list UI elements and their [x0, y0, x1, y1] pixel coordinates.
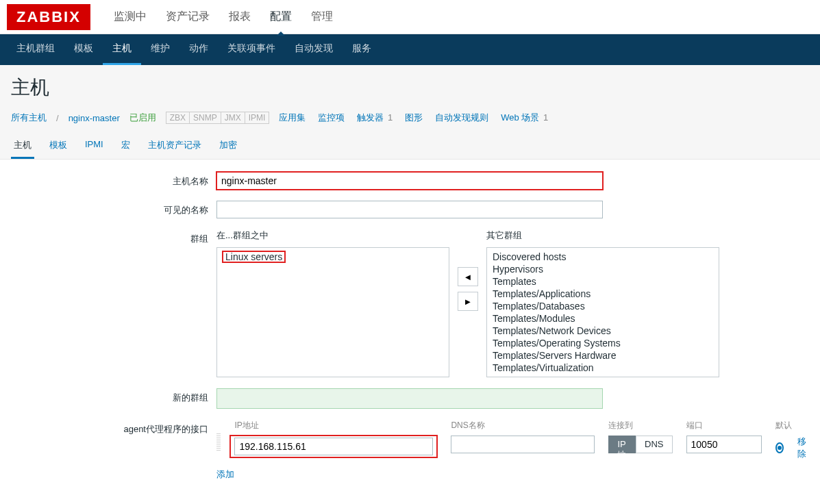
hostname-input[interactable] — [216, 172, 603, 190]
ctx-link[interactable]: 应用集 — [279, 112, 306, 123]
topnav-item-1[interactable]: 资产记录 — [166, 10, 210, 32]
subnav-item-4[interactable]: 动作 — [179, 34, 218, 65]
subnav-item-6[interactable]: 自动发现 — [285, 34, 343, 65]
context-row: 所有主机 / nginx-master 已启用 ZBXSNMPJMXIPMI 应… — [11, 112, 809, 124]
inner-tabs: 主机模板IPMI宏主机资产记录加密 — [11, 134, 809, 159]
connect-ip-toggle[interactable]: IP地址 — [608, 436, 636, 453]
move-right-button[interactable]: ► — [458, 292, 478, 311]
iface-ip-label: IP地址 — [234, 420, 437, 431]
iface-port-label: 端口 — [686, 420, 762, 431]
new-group-input[interactable] — [216, 388, 603, 409]
list-item[interactable]: Templates — [487, 275, 719, 288]
subnav-item-3[interactable]: 维护 — [141, 34, 179, 65]
iface-default-radio[interactable] — [775, 442, 784, 453]
subnav-item-0[interactable]: 主机群组 — [7, 34, 64, 65]
inner-tab-3[interactable]: 宏 — [119, 134, 133, 159]
inner-tab-0[interactable]: 主机 — [11, 134, 34, 159]
new-group-label: 新的群组 — [11, 388, 216, 404]
page-title: 主机 — [11, 75, 809, 101]
move-left-button[interactable]: ◄ — [458, 267, 478, 286]
zabbix-logo[interactable]: ZABBIX — [7, 4, 90, 30]
ctx-link[interactable]: 监控项 — [318, 112, 345, 123]
iface-dns-label: DNS名称 — [451, 420, 595, 431]
connect-dns-toggle[interactable]: DNS — [636, 436, 672, 453]
top-nav: 监测中资产记录报表配置管理 — [104, 10, 343, 24]
inner-tab-4[interactable]: 主机资产记录 — [145, 134, 204, 159]
ctx-count: 1 — [541, 112, 548, 123]
subnav-item-1[interactable]: 模板 — [64, 34, 103, 65]
ctx-count: 1 — [385, 112, 393, 123]
proto-chip: JMX — [221, 112, 245, 124]
other-groups-label: 其它群组 — [486, 229, 719, 242]
visible-name-input[interactable] — [216, 201, 603, 218]
subnav-item-7[interactable]: 服务 — [343, 34, 381, 65]
hostname-label: 主机名称 — [11, 172, 216, 188]
iface-remove-link[interactable]: 移除 — [797, 436, 809, 460]
proto-chip: IPMI — [245, 112, 270, 124]
subnav-item-5[interactable]: 关联项事件 — [218, 34, 285, 65]
iface-port-input[interactable] — [686, 436, 762, 453]
enabled-status: 已启用 — [129, 112, 156, 124]
iface-label: agent代理程序的接口 — [11, 420, 216, 436]
in-groups-label: 在...群组之中 — [216, 229, 449, 242]
iface-dns-input[interactable] — [451, 436, 595, 453]
list-item[interactable]: Templates/Operating Systems — [487, 337, 719, 349]
inner-tab-2[interactable]: IPMI — [82, 134, 106, 159]
ctx-link[interactable]: 自动发现规则 — [435, 112, 488, 123]
proto-chip: SNMP — [189, 112, 221, 124]
iface-ip-input[interactable] — [234, 438, 433, 455]
inner-tab-1[interactable]: 模板 — [47, 134, 70, 159]
breadcrumb-all-hosts[interactable]: 所有主机 — [11, 112, 47, 124]
iface-default-label: 默认 — [775, 420, 809, 431]
in-groups-listbox[interactable]: Linux servers — [216, 247, 449, 377]
list-item[interactable]: Discovered hosts — [487, 251, 719, 263]
inner-tab-5[interactable]: 加密 — [216, 134, 240, 159]
list-item[interactable]: Linux servers — [217, 251, 449, 263]
list-item[interactable]: Templates/Virtualization — [487, 362, 719, 374]
drag-handle-icon[interactable] — [216, 433, 221, 451]
other-groups-listbox[interactable]: Discovered hostsHypervisorsTemplatesTemp… — [486, 247, 719, 377]
sub-nav: 主机群组模板主机维护动作关联项事件自动发现服务 — [0, 34, 820, 65]
visible-name-label: 可见的名称 — [11, 201, 216, 216]
protocol-chips: ZBXSNMPJMXIPMI — [166, 112, 270, 124]
ctx-link[interactable]: Web 场景 — [501, 112, 539, 123]
list-item[interactable]: Templates/Databases — [487, 300, 719, 312]
topnav-item-2[interactable]: 报表 — [229, 10, 251, 32]
list-item[interactable]: Templates/Network Devices — [487, 325, 719, 337]
breadcrumb-sep: / — [56, 113, 59, 123]
iface-add-link[interactable]: 添加 — [216, 468, 234, 481]
topnav-item-0[interactable]: 监测中 — [114, 10, 147, 32]
list-item[interactable]: Templates/Modules — [487, 312, 719, 325]
ctx-link[interactable]: 图形 — [405, 112, 423, 123]
proto-chip: ZBX — [166, 112, 190, 124]
topnav-item-3[interactable]: 配置 — [270, 10, 292, 32]
topnav-item-4[interactable]: 管理 — [311, 10, 333, 32]
breadcrumb-host[interactable]: nginx-master — [69, 113, 120, 123]
list-item[interactable]: Templates/Servers Hardware — [487, 349, 719, 362]
iface-connect-label: 连接到 — [608, 420, 672, 431]
list-item[interactable]: Templates/Applications — [487, 288, 719, 300]
ctx-link[interactable]: 触发器 — [357, 112, 384, 123]
list-item[interactable]: Hypervisors — [487, 263, 719, 275]
subnav-item-2[interactable]: 主机 — [103, 34, 141, 65]
groups-label: 群组 — [11, 229, 216, 245]
